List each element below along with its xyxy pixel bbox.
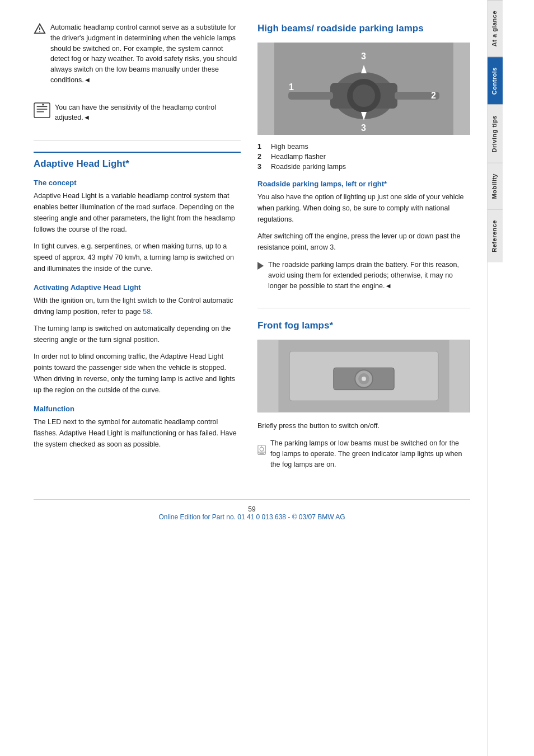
- note-icon: [34, 102, 50, 118]
- roadside-para1: You also have the option of lighting up …: [257, 191, 470, 225]
- svg-rect-12: [288, 92, 333, 100]
- activating-para3: In order not to blind oncoming traffic, …: [34, 351, 241, 396]
- high-beams-diagram: 3 1 2 3: [257, 43, 470, 135]
- section-divider: [34, 140, 241, 140]
- activating-para2: The turning lamp is switched on automati…: [34, 323, 241, 345]
- svg-point-2: [39, 31, 40, 32]
- concept-para1: Adaptive Head Light is a variable headla…: [34, 190, 241, 235]
- tab-mobility[interactable]: Mobility: [488, 163, 503, 209]
- fog-lamp-diagram: [257, 340, 470, 412]
- svg-point-24: [362, 377, 366, 381]
- list-num-3: 3: [257, 163, 265, 171]
- high-beams-svg: 3 1 2 3: [257, 43, 470, 135]
- tab-controls[interactable]: Controls: [488, 57, 503, 105]
- roadside-info-box: The roadside parking lamps drain the bat…: [257, 260, 470, 297]
- tab-reference[interactable]: Reference: [488, 209, 503, 262]
- sidebar-tabs: At a glance Controls Driving tips Mobili…: [487, 0, 503, 756]
- high-beams-title: High beams/ roadside parking lamps: [257, 22, 470, 35]
- fog-lamp-svg: [258, 340, 470, 412]
- concept-para2: In tight curves, e.g. serpentines, or wh…: [34, 241, 241, 274]
- fog-note-text: The parking lamps or low beams must be s…: [270, 438, 470, 469]
- malfunction-heading: Malfunction: [34, 405, 241, 413]
- warning-text: Automatic headlamp control cannot serve …: [50, 22, 241, 86]
- fog-section-divider: [257, 308, 470, 308]
- main-content: Automatic headlamp control cannot serve …: [0, 0, 487, 756]
- note-text: You can have the sensitivity of the head…: [55, 102, 241, 124]
- left-column: Automatic headlamp control cannot serve …: [34, 22, 241, 482]
- warning-box: Automatic headlamp control cannot serve …: [34, 22, 241, 91]
- roadside-heading: Roadside parking lamps, left or right*: [257, 180, 470, 188]
- warning-icon: [34, 23, 46, 35]
- page-footer: 59 Online Edition for Part no. 01 41 0 0…: [34, 499, 470, 521]
- malfunction-para1: The LED next to the symbol for automatic…: [34, 416, 241, 450]
- svg-rect-3: [34, 102, 50, 117]
- list-item-3: 3 Roadside parking lamps: [257, 163, 470, 171]
- fog-lamp-note-icon: [257, 438, 266, 462]
- list-item-1: 1 High beams: [257, 143, 470, 151]
- activating-heading: Activating Adaptive Head Light: [34, 283, 241, 292]
- list-num-2: 2: [257, 153, 265, 161]
- page-ref[interactable]: 58: [143, 308, 151, 316]
- fog-para1: Briefly press the button to switch on/of…: [257, 420, 470, 431]
- svg-point-26: [260, 448, 264, 452]
- svg-text:3: 3: [361, 51, 366, 61]
- triangle-icon: [257, 262, 264, 270]
- page-number: 59: [34, 505, 470, 513]
- svg-point-14: [353, 84, 375, 107]
- list-num-1: 1: [257, 143, 265, 151]
- list-text-1: High beams: [271, 143, 308, 151]
- svg-marker-7: [42, 104, 44, 106]
- roadside-info-text: The roadside parking lamps drain the bat…: [268, 260, 470, 291]
- tab-at-a-glance[interactable]: At a glance: [488, 0, 503, 57]
- fog-note-box: The parking lamps or low beams must be s…: [257, 438, 470, 475]
- high-beams-list: 1 High beams 2 Headlamp flasher 3 Roadsi…: [257, 143, 470, 171]
- roadside-para2: After switching off the engine, press th…: [257, 231, 470, 253]
- list-text-2: Headlamp flasher: [271, 153, 326, 161]
- footer-link[interactable]: Online Edition for Part no. 01 41 0 013 …: [158, 513, 345, 521]
- adaptive-section-title: Adaptive Head Light*: [34, 152, 241, 170]
- right-column: High beams/ roadside parking lamps: [257, 22, 470, 482]
- list-item-2: 2 Headlamp flasher: [257, 153, 470, 161]
- svg-text:1: 1: [289, 82, 294, 92]
- svg-text:3: 3: [361, 123, 366, 133]
- note-box: You can have the sensitivity of the head…: [34, 102, 241, 129]
- concept-heading: The concept: [34, 179, 241, 187]
- svg-text:2: 2: [431, 91, 436, 100]
- list-text-3: Roadside parking lamps: [271, 163, 346, 171]
- front-fog-title: Front fog lamps*: [257, 320, 470, 332]
- tab-driving-tips[interactable]: Driving tips: [488, 105, 503, 163]
- activating-para1: With the ignition on, turn the light swi…: [34, 295, 241, 317]
